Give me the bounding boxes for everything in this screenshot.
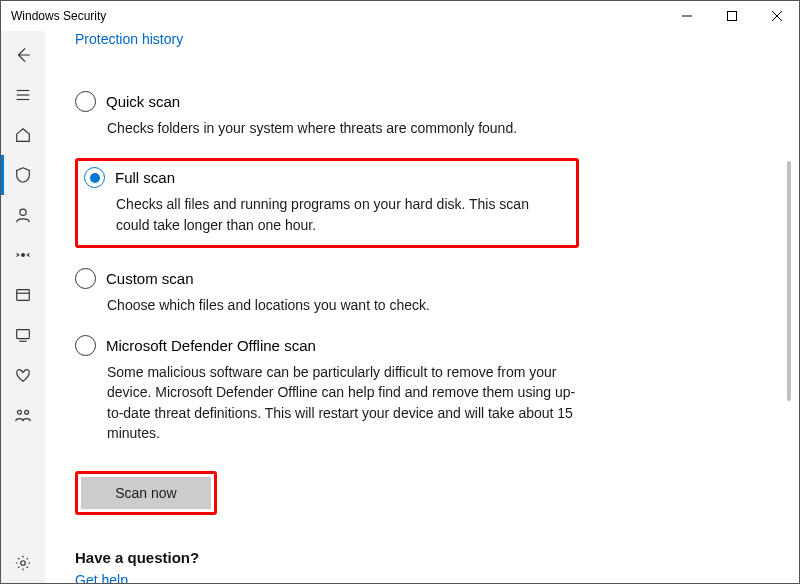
- quick-scan-desc: Checks folders in your system where thre…: [75, 112, 577, 138]
- minimize-button[interactable]: [664, 1, 709, 31]
- back-button[interactable]: [1, 35, 45, 75]
- firewall-icon[interactable]: [1, 235, 45, 275]
- sidebar: [1, 31, 45, 583]
- custom-scan-label: Custom scan: [106, 270, 194, 287]
- scrollbar-thumb[interactable]: [787, 161, 791, 401]
- svg-rect-9: [17, 290, 30, 301]
- offline-scan-label: Microsoft Defender Offline scan: [106, 337, 316, 354]
- radio-custom-scan[interactable]: [75, 268, 96, 289]
- svg-rect-11: [17, 330, 30, 339]
- svg-point-8: [22, 254, 25, 257]
- shield-icon[interactable]: [1, 155, 45, 195]
- app-browser-icon[interactable]: [1, 275, 45, 315]
- radio-quick-scan[interactable]: [75, 91, 96, 112]
- close-button[interactable]: [754, 1, 799, 31]
- settings-icon[interactable]: [1, 543, 45, 583]
- full-scan-highlight: Full scan Checks all files and running p…: [75, 158, 579, 248]
- protection-history-link[interactable]: Protection history: [75, 31, 183, 47]
- full-scan-desc: Checks all files and running programs on…: [84, 188, 564, 235]
- family-icon[interactable]: [1, 395, 45, 435]
- scan-button-highlight: Scan now: [75, 471, 217, 515]
- radio-offline-scan[interactable]: [75, 335, 96, 356]
- maximize-button[interactable]: [709, 1, 754, 31]
- main-content: Protection history Quick scan Checks fol…: [45, 31, 799, 583]
- svg-rect-1: [727, 12, 736, 21]
- quick-scan-label: Quick scan: [106, 93, 180, 110]
- get-help-link[interactable]: Get help: [75, 572, 128, 583]
- menu-icon[interactable]: [1, 75, 45, 115]
- account-icon[interactable]: [1, 195, 45, 235]
- svg-point-14: [25, 410, 29, 414]
- window-title: Windows Security: [11, 9, 106, 23]
- title-bar: Windows Security: [1, 1, 799, 31]
- home-icon[interactable]: [1, 115, 45, 155]
- radio-full-scan[interactable]: [84, 167, 105, 188]
- svg-point-13: [17, 410, 21, 414]
- scrollbar[interactable]: [783, 61, 799, 583]
- custom-scan-desc: Choose which files and locations you wan…: [75, 289, 577, 315]
- scan-now-button[interactable]: Scan now: [81, 477, 211, 509]
- full-scan-label: Full scan: [115, 169, 175, 186]
- device-health-icon[interactable]: [1, 355, 45, 395]
- have-a-question-label: Have a question?: [75, 549, 759, 566]
- device-security-icon[interactable]: [1, 315, 45, 355]
- svg-point-15: [21, 561, 26, 566]
- svg-point-7: [20, 209, 26, 215]
- offline-scan-desc: Some malicious software can be particula…: [75, 356, 577, 443]
